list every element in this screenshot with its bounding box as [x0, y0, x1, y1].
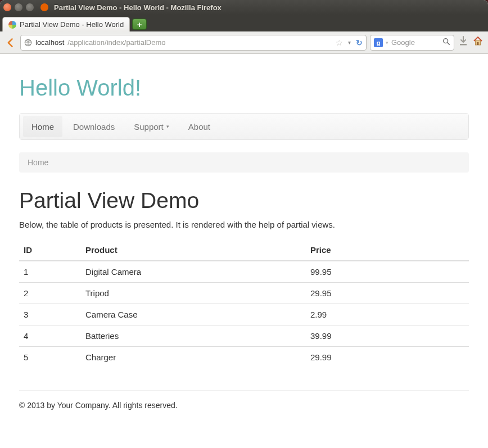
col-header-id: ID	[19, 239, 81, 261]
url-bar[interactable]: localhost/application/index/partialDemo …	[20, 35, 367, 51]
svg-rect-3	[460, 44, 467, 46]
footer-text: © 2013 by Your Company. All rights reser…	[19, 391, 469, 420]
nav-item-about[interactable]: About	[180, 116, 219, 137]
table-row: 1Digital Camera99.95	[19, 261, 469, 283]
window-maximize-button[interactable]	[26, 3, 34, 11]
home-icon[interactable]	[472, 35, 484, 49]
search-engine-dropdown-icon[interactable]: ▾	[386, 40, 388, 46]
back-button[interactable]	[4, 37, 17, 49]
cell-price: 99.95	[306, 261, 469, 283]
firefox-icon	[40, 3, 48, 11]
col-header-product: Product	[81, 239, 306, 261]
cell-id: 1	[19, 261, 81, 283]
cell-product: Digital Camera	[81, 261, 306, 283]
cell-id: 5	[19, 347, 81, 368]
firefox-window: Partial View Demo - Hello World - Mozill…	[0, 0, 488, 448]
browser-navbar: localhost/application/index/partialDemo …	[0, 31, 488, 54]
cell-id: 3	[19, 304, 81, 325]
search-engine-label: Google	[391, 38, 415, 47]
page-title: Partial View Demo	[19, 188, 469, 213]
cell-id: 2	[19, 283, 81, 304]
search-engine-icon: g	[374, 38, 383, 47]
table-row: 4Batteries39.99	[19, 325, 469, 347]
url-dropdown-icon[interactable]: ▾	[348, 39, 351, 46]
page-description: Below, the table of products is presente…	[19, 220, 469, 229]
globe-icon	[24, 39, 32, 47]
cell-price: 39.99	[306, 325, 469, 347]
cell-price: 2.99	[306, 304, 469, 325]
table-row: 5Charger29.99	[19, 347, 469, 368]
search-submit-icon[interactable]	[442, 38, 450, 47]
svg-line-2	[448, 43, 450, 45]
page-content: Hello World! HomeDownloadsSupport▾About …	[0, 54, 488, 448]
window-title: Partial View Demo - Hello World - Mozill…	[54, 3, 222, 12]
tab-favicon-icon	[8, 21, 16, 29]
cell-product: Tripod	[81, 283, 306, 304]
downloads-icon[interactable]	[458, 35, 469, 49]
cell-price: 29.99	[306, 347, 469, 368]
window-controls	[3, 3, 34, 11]
nav-item-support[interactable]: Support▾	[125, 116, 178, 137]
chevron-down-icon: ▾	[166, 124, 169, 129]
products-table: ID Product Price 1Digital Camera99.952Tr…	[19, 239, 469, 368]
svg-rect-5	[477, 42, 479, 45]
breadcrumb: Home	[19, 152, 469, 173]
url-path: /application/index/partialDemo	[67, 38, 165, 47]
window-titlebar: Partial View Demo - Hello World - Mozill…	[0, 0, 488, 15]
tab-strip: Partial View Demo - Hello World +	[0, 15, 488, 31]
cell-product: Charger	[81, 347, 306, 368]
browser-tab[interactable]: Partial View Demo - Hello World	[2, 17, 130, 31]
search-bar[interactable]: g ▾ Google	[370, 35, 454, 51]
nav-item-downloads[interactable]: Downloads	[65, 116, 123, 137]
main-nav: HomeDownloadsSupport▾About	[19, 113, 469, 140]
cell-product: Camera Case	[81, 304, 306, 325]
window-close-button[interactable]	[3, 3, 11, 11]
table-header-row: ID Product Price	[19, 239, 469, 261]
brand-heading: Hello World!	[19, 65, 469, 113]
col-header-price: Price	[306, 239, 469, 261]
reload-icon[interactable]: ↻	[356, 38, 363, 47]
new-tab-button[interactable]: +	[132, 19, 147, 30]
bookmark-star-icon[interactable]: ☆	[336, 38, 343, 47]
nav-item-label: Downloads	[73, 122, 115, 132]
nav-item-label: Support	[134, 122, 164, 132]
nav-item-label: About	[188, 122, 210, 132]
cell-product: Batteries	[81, 325, 306, 347]
cell-price: 29.95	[306, 283, 469, 304]
url-host: localhost	[35, 38, 64, 47]
table-row: 3Camera Case2.99	[19, 304, 469, 325]
breadcrumb-item[interactable]: Home	[28, 158, 48, 167]
table-row: 2Tripod29.95	[19, 283, 469, 304]
window-minimize-button[interactable]	[15, 3, 22, 11]
tab-title: Partial View Demo - Hello World	[20, 20, 124, 29]
nav-item-label: Home	[31, 122, 54, 132]
cell-id: 4	[19, 325, 81, 347]
nav-item-home[interactable]: Home	[23, 116, 62, 137]
